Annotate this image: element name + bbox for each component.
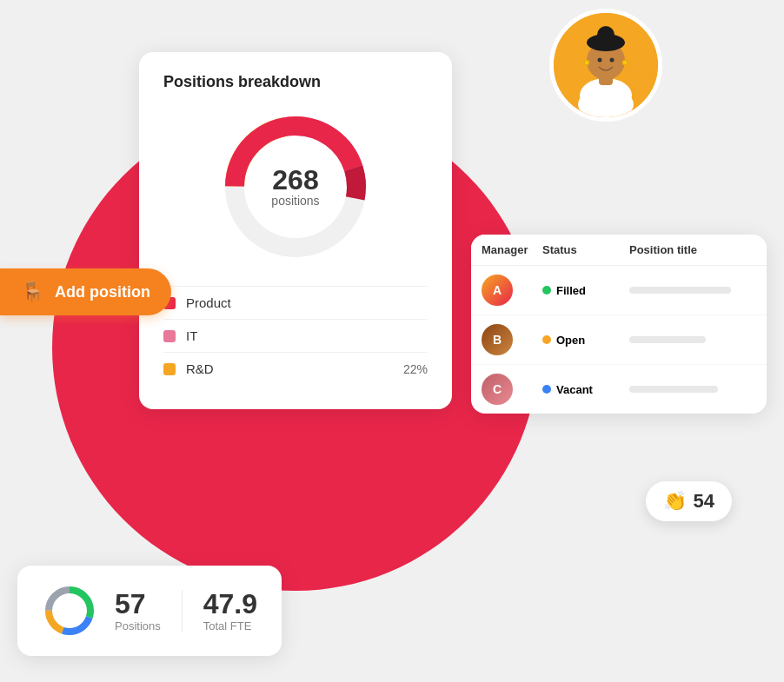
svg-point-14	[584, 60, 589, 65]
positions-count: 57	[115, 590, 146, 618]
donut-area: 268 positions	[163, 109, 428, 265]
legend-dot-it	[163, 330, 176, 342]
positions-label: Positions	[115, 619, 161, 632]
open-dot	[542, 335, 551, 344]
card-title: Positions breakdown	[163, 73, 428, 91]
donut-label: positions	[271, 194, 319, 208]
legend-item-product: Product	[163, 286, 428, 319]
clap-count: 54	[694, 490, 714, 513]
table-row: C Vacant	[471, 365, 767, 414]
donut-center: 268 positions	[271, 166, 319, 208]
open-label: Open	[556, 334, 585, 347]
avatar-top	[549, 9, 662, 122]
row-avatar-1: A	[482, 275, 513, 306]
table-header: Manager Status Position title	[471, 235, 767, 266]
status-open: Open	[542, 334, 629, 347]
donut-total: 268	[271, 166, 319, 194]
header-status: Status	[542, 243, 629, 256]
status-vacant: Vacant	[542, 383, 629, 396]
positions-stats-block: 57 Positions	[115, 590, 183, 632]
svg-point-15	[622, 60, 628, 65]
fte-stats-block: 47.9 Total FTE	[203, 590, 257, 632]
row-avatar-3: C	[482, 374, 513, 405]
add-position-button[interactable]: 🪑 Add position	[0, 268, 171, 315]
title-placeholder-2	[629, 336, 706, 343]
table-card: Manager Status Position title A Filled B…	[471, 235, 767, 414]
donut-chart: 268 positions	[217, 109, 374, 265]
clap-icon: 👏	[663, 490, 687, 513]
clap-badge: 👏 54	[646, 481, 732, 521]
legend-label-it: IT	[186, 328, 197, 343]
fte-label: Total FTE	[203, 619, 252, 632]
vacant-dot	[542, 385, 551, 394]
svg-point-12	[598, 58, 602, 63]
legend-label-rd: R&D	[186, 361, 214, 376]
filled-dot	[542, 286, 551, 295]
table-row: A Filled	[471, 266, 767, 315]
svg-point-11	[597, 26, 615, 43]
legend-list: Product IT R&D 22%	[163, 286, 428, 385]
status-filled: Filled	[542, 284, 629, 297]
legend-dot-rd	[163, 363, 176, 375]
person-avatar-svg	[554, 13, 658, 117]
stats-donut	[42, 583, 97, 639]
stats-card: 57 Positions 47.9 Total FTE	[17, 566, 282, 656]
add-position-label: Add position	[55, 283, 150, 301]
legend-percent-rd: 22%	[403, 362, 428, 376]
row-avatar-2: B	[482, 324, 513, 355]
legend-label-product: Product	[186, 295, 231, 310]
fte-count: 47.9	[203, 590, 257, 618]
table-row: B Open	[471, 315, 767, 365]
positions-breakdown-card: Positions breakdown 268 positions	[139, 52, 452, 409]
legend-item-it: IT	[163, 319, 428, 352]
svg-point-13	[610, 58, 615, 63]
legend-item-rd: R&D 22%	[163, 352, 428, 385]
title-placeholder-1	[629, 287, 731, 294]
title-placeholder-3	[629, 386, 718, 393]
chair-icon: 🪑	[21, 281, 44, 303]
vacant-label: Vacant	[556, 383, 593, 396]
header-position-title: Position title	[629, 243, 756, 256]
filled-label: Filled	[556, 284, 586, 297]
header-manager: Manager	[482, 243, 542, 256]
